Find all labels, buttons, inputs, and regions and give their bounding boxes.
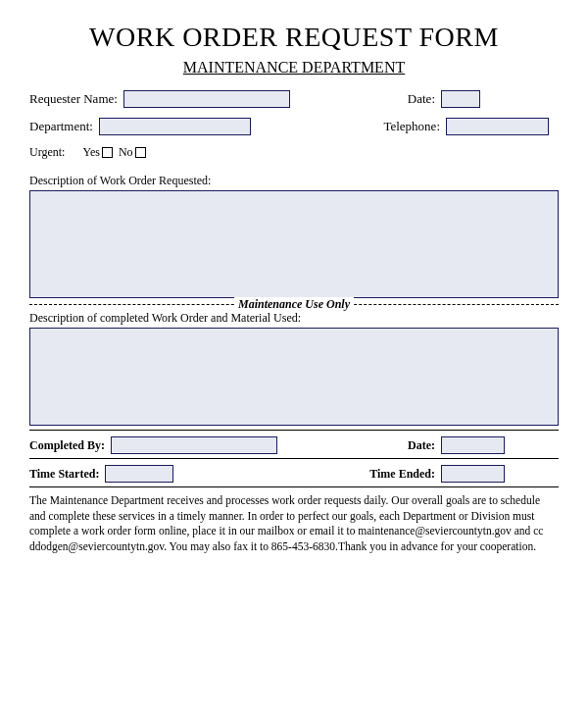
yes-checkbox[interactable] bbox=[102, 147, 113, 158]
row-urgent: Urgent: Yes No bbox=[29, 145, 559, 160]
no-label: No bbox=[119, 145, 133, 160]
department-input[interactable] bbox=[99, 118, 251, 135]
completed-by-input[interactable] bbox=[111, 436, 277, 454]
form-page: WORK ORDER REQUEST FORM MAINTENANCE DEPA… bbox=[0, 0, 588, 564]
time-started-label: Time Started: bbox=[29, 467, 99, 482]
description-textarea[interactable] bbox=[29, 190, 559, 298]
no-checkbox[interactable] bbox=[135, 147, 146, 158]
row-time: Time Started: Time Ended: bbox=[29, 465, 559, 483]
urgent-label: Urgent: bbox=[29, 145, 65, 160]
yes-label: Yes bbox=[82, 145, 99, 160]
completed-description-textarea[interactable] bbox=[29, 328, 559, 426]
department-label: Department: bbox=[29, 119, 93, 134]
divider-text: Maintenance Use Only bbox=[234, 297, 354, 312]
page-title: WORK ORDER REQUEST FORM bbox=[29, 22, 559, 53]
time-ended-label: Time Ended: bbox=[369, 467, 435, 482]
completed-by-label: Completed By: bbox=[29, 438, 105, 453]
date2-label: Date: bbox=[408, 438, 435, 453]
footer-text: The Maintenance Department receives and … bbox=[29, 493, 559, 554]
rule-1 bbox=[29, 430, 559, 431]
requester-name-input[interactable] bbox=[123, 90, 290, 108]
time-started-input[interactable] bbox=[105, 465, 173, 483]
rule-3 bbox=[29, 486, 559, 487]
row-completed-by: Completed By: Date: bbox=[29, 436, 559, 454]
date-input[interactable] bbox=[441, 90, 480, 108]
completed-description-label: Description of completed Work Order and … bbox=[29, 311, 559, 326]
date2-input[interactable] bbox=[441, 436, 505, 454]
row-department-telephone: Department: Telephone: bbox=[29, 118, 559, 135]
description-label: Description of Work Order Requested: bbox=[29, 174, 559, 188]
maintenance-divider: Maintenance Use Only bbox=[29, 304, 559, 305]
telephone-label: Telephone: bbox=[383, 119, 440, 134]
page-subtitle: MAINTENANCE DEPARTMENT bbox=[29, 59, 559, 77]
rule-2 bbox=[29, 458, 559, 459]
requester-name-label: Requester Name: bbox=[29, 91, 118, 107]
date-label: Date: bbox=[408, 91, 435, 107]
telephone-input[interactable] bbox=[446, 118, 549, 135]
row-requester-date: Requester Name: Date: bbox=[29, 90, 559, 108]
time-ended-input[interactable] bbox=[441, 465, 505, 483]
